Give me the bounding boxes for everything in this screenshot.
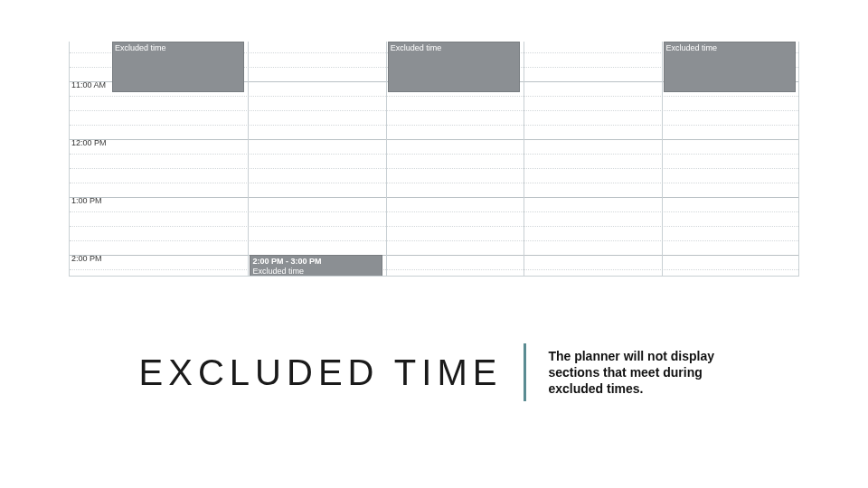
event-title: Excluded time [391,43,517,53]
event-title: Excluded time [666,43,793,53]
excluded-time-block[interactable]: 2:00 PM - 3:00 PMExcluded time [250,255,382,277]
grid-hour-line [70,255,798,256]
event-title: Excluded time [252,267,379,277]
calendar-grid: Excluded timeExcluded timeExcluded time2… [110,42,798,276]
grid-hour-line [70,197,798,198]
grid-quarter-line [70,240,798,241]
grid-quarter-line [70,110,798,111]
caption-description: The planner will not display sections th… [548,348,729,398]
grid-quarter-line [70,183,798,183]
grid-day-separator [386,42,387,276]
excluded-time-block[interactable]: Excluded time [112,42,244,92]
excluded-time-block[interactable]: Excluded time [664,42,796,92]
grid-quarter-line [70,125,798,126]
caption-title: EXCLUDED TIME [139,352,503,393]
caption-divider [524,343,526,401]
caption-row: EXCLUDED TIME The planner will not displ… [0,343,868,401]
excluded-time-block[interactable]: Excluded time [388,42,520,92]
grid-hour-line [70,139,798,140]
event-time-range: 2:00 PM - 3:00 PM [252,257,379,267]
grid-quarter-line [70,96,798,97]
grid-day-separator [662,42,663,276]
slide: 11:00 AM12:00 PM1:00 PM2:00 PM Excluded … [0,0,868,488]
grid-day-separator [524,42,524,276]
grid-day-separator [248,42,249,276]
grid-quarter-line [70,226,798,227]
grid-quarter-line [70,168,798,169]
event-title: Excluded time [115,43,241,53]
grid-quarter-line [70,154,798,155]
grid-quarter-line [70,269,798,270]
grid-quarter-line [70,211,798,212]
calendar-screenshot: 11:00 AM12:00 PM1:00 PM2:00 PM Excluded … [69,42,799,277]
